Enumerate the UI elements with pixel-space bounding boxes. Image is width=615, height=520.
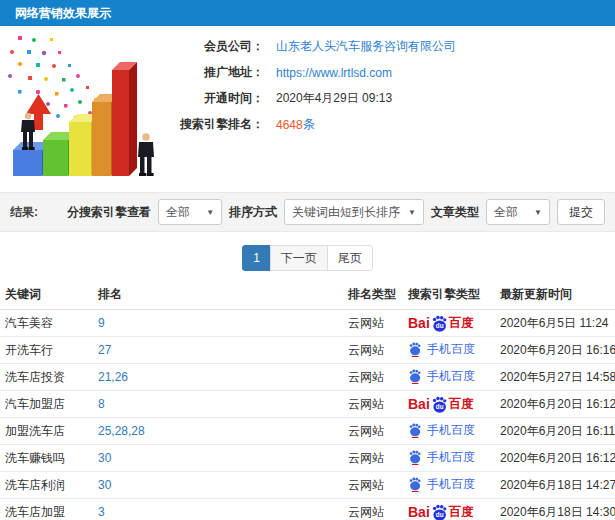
chevron-down-icon: ▼ (534, 208, 542, 217)
rank-cell[interactable]: 25,28,28 (93, 418, 343, 445)
company-info: 会员公司： 山东老人头汽车服务咨询有限公司 推广地址： https://www.… (172, 26, 456, 192)
pagination: 1 下一页 尾页 (0, 245, 615, 271)
date-cell: 2020年6月5日 11:24 (495, 310, 615, 337)
businessman-right (138, 133, 154, 176)
rank-type-cell: 云网站 (343, 472, 403, 499)
keyword-cell: 洗车店加盟 (0, 499, 93, 520)
engine-cell: 手机百度 (403, 445, 495, 472)
bar-chart-illustration (0, 26, 172, 188)
keyword-cell: 洗车店利润 (0, 472, 93, 499)
keyword-cell: 汽车加盟店 (0, 391, 93, 418)
filter-bar: 结果: 分搜索引擎查看 全部 ▼ 排序方式 关键词由短到长排序 ▼ 文章类型 全… (0, 192, 615, 232)
baidu-mobile-logo: 手机百度 (408, 422, 475, 439)
date-cell: 2020年6月18日 14:27 (495, 472, 615, 499)
engine-cell: 手机百度 (403, 418, 495, 445)
page-1-button[interactable]: 1 (242, 245, 271, 271)
rank-cell[interactable]: 27 (93, 337, 343, 364)
info-value: 2020年4月29日 09:13 (276, 90, 392, 107)
table-row: 洗车店加盟 3 云网站 Bai du 百度 2020年6月18日 14:30 (0, 499, 615, 520)
col-header-engine-type: 搜索引擎类型 (403, 281, 495, 310)
baidu-mobile-logo: 手机百度 (408, 368, 475, 385)
article-type-value: 全部 (494, 204, 518, 221)
keyword-cell: 加盟洗车店 (0, 418, 93, 445)
rank-cell[interactable]: 8 (93, 391, 343, 418)
rank-type-cell: 云网站 (343, 499, 403, 520)
table-header-row: 关键词 排名 排名类型 搜索引擎类型 最新更新时间 (0, 281, 615, 310)
engine-filter-value: 全部 (166, 204, 190, 221)
baidu-mobile-paw-icon (408, 423, 422, 438)
article-type-label: 文章类型 (431, 204, 479, 221)
table-row: 汽车加盟店 8 云网站 Bai du 百度 2020年6月20日 16:12 (0, 391, 615, 418)
table-row: 洗车店投资 21,26 云网站 手机百度 2020年5月27日 14:58 (0, 364, 615, 391)
engine-cell: 手机百度 (403, 364, 495, 391)
rank-cell[interactable]: 3 (93, 499, 343, 520)
rank-type-cell: 云网站 (343, 445, 403, 472)
rank-type-cell: 云网站 (343, 418, 403, 445)
info-row: 搜索引擎排名： 4648条 (172, 116, 456, 133)
result-label: 结果: (10, 204, 38, 221)
chevron-down-icon: ▼ (408, 208, 416, 217)
baidu-pc-logo: Bai du 百度 (408, 504, 474, 520)
rank-type-cell: 云网站 (343, 337, 403, 364)
engine-filter-select[interactable]: 全部 ▼ (158, 199, 222, 225)
engine-cell: 手机百度 (403, 337, 495, 364)
next-page-button[interactable]: 下一页 (270, 245, 328, 271)
svg-text:du: du (436, 403, 444, 410)
baidu-mobile-paw-icon (408, 369, 422, 384)
date-cell: 2020年6月20日 16:12 (495, 391, 615, 418)
table-row: 洗车店利润 30 云网站 手机百度 2020年6月18日 14:27 (0, 472, 615, 499)
table-row: 汽车美容 9 云网站 Bai du 百度 2020年6月5日 11:24 (0, 310, 615, 337)
info-value-link[interactable]: 山东老人头汽车服务咨询有限公司 (276, 38, 456, 55)
results-table: 关键词 排名 排名类型 搜索引擎类型 最新更新时间 汽车美容 9 云网站 Bai… (0, 281, 615, 520)
col-header-updated: 最新更新时间 (495, 281, 615, 310)
rank-type-cell: 云网站 (343, 310, 403, 337)
info-section: 会员公司： 山东老人头汽车服务咨询有限公司 推广地址： https://www.… (0, 26, 615, 192)
rank-cell[interactable]: 21,26 (93, 364, 343, 391)
engine-rank-unit: 条 (303, 116, 315, 133)
date-cell: 2020年6月18日 14:30 (495, 499, 615, 520)
svg-text:du: du (436, 511, 444, 518)
article-type-select[interactable]: 全部 ▼ (486, 199, 550, 225)
info-value-link[interactable]: https://www.lrtlsd.com (276, 66, 392, 80)
baidu-paw-icon: du (431, 315, 448, 332)
sort-filter-select[interactable]: 关键词由短到长排序 ▼ (284, 199, 424, 225)
baidu-mobile-paw-icon (408, 450, 422, 465)
table-row: 洗车赚钱吗 30 云网站 手机百度 2020年6月20日 16:12 (0, 445, 615, 472)
chevron-down-icon: ▼ (206, 208, 214, 217)
date-cell: 2020年6月20日 16:11 (495, 418, 615, 445)
table-row: 开洗车行 27 云网站 手机百度 2020年6月20日 16:16 (0, 337, 615, 364)
sort-filter-value: 关键词由短到长排序 (292, 204, 400, 221)
baidu-mobile-paw-icon (408, 477, 422, 492)
sort-filter-label: 排序方式 (229, 204, 277, 221)
rank-type-cell: 云网站 (343, 391, 403, 418)
keyword-cell: 洗车店投资 (0, 364, 93, 391)
rank-type-cell: 云网站 (343, 364, 403, 391)
info-label: 开通时间： (172, 90, 264, 107)
info-row: 推广地址： https://www.lrtlsd.com (172, 64, 456, 81)
baidu-mobile-logo: 手机百度 (408, 449, 475, 466)
col-header-rank-type: 排名类型 (343, 281, 403, 310)
engine-filter-label: 分搜索引擎查看 (67, 204, 151, 221)
info-row: 会员公司： 山东老人头汽车服务咨询有限公司 (172, 38, 456, 55)
info-label: 推广地址： (172, 64, 264, 81)
engine-cell: Bai du 百度 (403, 391, 495, 418)
rank-cell[interactable]: 30 (93, 445, 343, 472)
svg-text:du: du (436, 322, 444, 329)
baidu-paw-icon: du (431, 504, 448, 520)
date-cell: 2020年6月20日 16:12 (495, 445, 615, 472)
keyword-cell: 开洗车行 (0, 337, 93, 364)
baidu-pc-logo: Bai du 百度 (408, 396, 474, 413)
col-header-keyword: 关键词 (0, 281, 93, 310)
col-header-rank: 排名 (93, 281, 343, 310)
engine-cell: Bai du 百度 (403, 310, 495, 337)
keyword-cell: 洗车赚钱吗 (0, 445, 93, 472)
last-page-button[interactable]: 尾页 (327, 245, 373, 271)
info-label: 搜索引擎排名： (172, 116, 264, 133)
submit-button[interactable]: 提交 (557, 199, 605, 225)
page-header: 网络营销效果展示 (0, 0, 615, 26)
rank-cell[interactable]: 30 (93, 472, 343, 499)
rank-cell[interactable]: 9 (93, 310, 343, 337)
date-cell: 2020年5月27日 14:58 (495, 364, 615, 391)
info-label: 会员公司： (172, 38, 264, 55)
baidu-paw-icon: du (431, 396, 448, 413)
